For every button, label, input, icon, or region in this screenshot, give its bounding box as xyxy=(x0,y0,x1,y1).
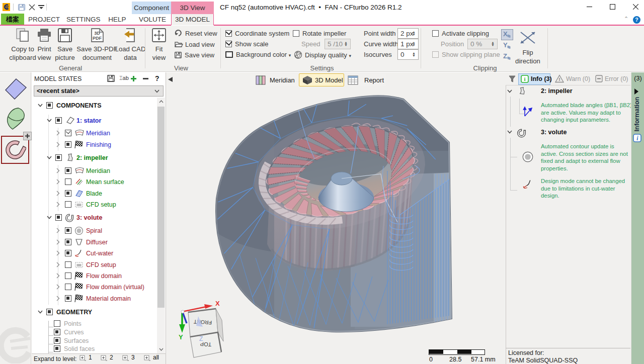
svg-text:Y: Y xyxy=(179,333,183,341)
svg-text:Z: Z xyxy=(199,335,203,342)
svg-text:!: ! xyxy=(559,77,560,82)
svg-text:i: i xyxy=(524,76,525,82)
svg-text:X: X xyxy=(503,30,508,38)
svg-text:Z: Z xyxy=(503,52,507,60)
svg-text:FRONT: FRONT xyxy=(193,319,212,326)
svg-text:PDF: PDF xyxy=(93,36,102,41)
svg-text:3D: 3D xyxy=(94,31,100,36)
svg-text:Y: Y xyxy=(503,41,508,49)
svg-text:?: ? xyxy=(635,17,638,23)
svg-text:X: X xyxy=(215,300,220,307)
